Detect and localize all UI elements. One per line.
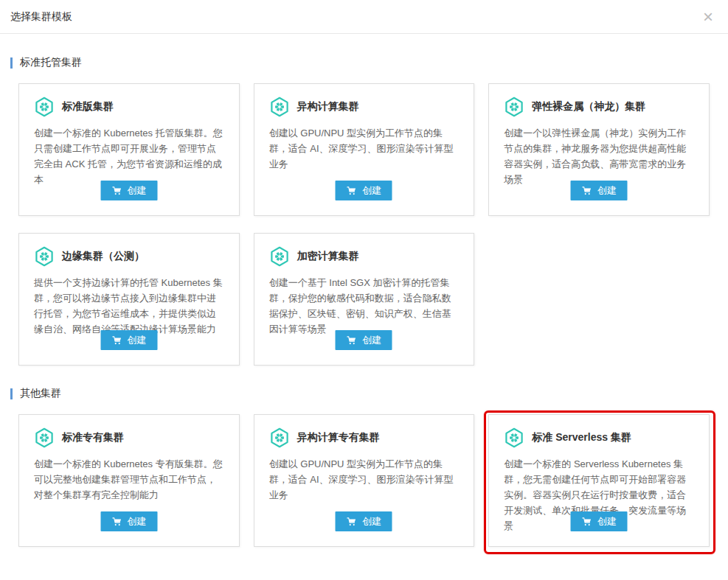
shopping-cart-icon — [111, 517, 122, 527]
dialog-content: 标准托管集群 — [0, 56, 728, 547]
card-description: 提供一个支持边缘计算的托管 Kubernetes 集群，您可以将边缘节点接入到边… — [34, 275, 224, 337]
create-button[interactable]: 创建 — [336, 181, 392, 200]
card-title: 异构计算集群 — [297, 100, 359, 113]
card-description: 创建一个基于 Intel SGX 加密计算的托管集群，保护您的敏感代码和数据，适… — [269, 275, 460, 337]
hexagon-cluster-icon — [504, 97, 524, 117]
hexagon-cluster-icon — [34, 246, 55, 267]
card-title: 加密计算集群 — [297, 250, 359, 263]
create-button[interactable]: 创建 — [336, 330, 392, 350]
hexagon-cluster-icon — [34, 427, 55, 448]
card-description: 创建一个标准的 Kubernetes 托管版集群。您只需创建工作节点即可开展业务… — [34, 125, 224, 187]
shopping-cart-icon — [111, 335, 122, 346]
create-button-label: 创建 — [597, 515, 617, 528]
card-header: 标准 Serverless 集群 — [504, 427, 694, 448]
card-title: 异构计算专有集群 — [297, 431, 380, 444]
cluster-card: 标准专有集群 创建一个标准的 Kubernetes 专有版集群。您可以完整地创建… — [18, 414, 240, 547]
create-button-label: 创建 — [362, 334, 381, 347]
section-title: 其他集群 — [10, 387, 710, 400]
sections-root: 标准托管集群 — [10, 56, 710, 547]
close-icon[interactable]: × — [703, 8, 713, 26]
shopping-cart-icon — [582, 186, 592, 196]
card-description: 创建一个以弹性裸金属（神龙）实例为工作节点的集群，神龙服务器为您提供超高性能容器… — [504, 125, 694, 187]
shopping-cart-icon — [347, 335, 357, 346]
shopping-cart-icon — [347, 186, 357, 196]
hexagon-cluster-icon — [269, 427, 290, 448]
card-title: 标准版集群 — [62, 100, 114, 113]
hexagon-cluster-icon — [269, 246, 290, 267]
create-button-label: 创建 — [362, 515, 381, 528]
section-accent-bar — [10, 388, 13, 399]
card-header: 标准版集群 — [34, 97, 224, 117]
cluster-card: 边缘集群（公测） 提供一个支持边缘计算的托管 Kubernetes 集群，您可以… — [18, 233, 240, 366]
card-description: 创建以 GPU/NPU 型实例为工作节点的集群，适合 AI、深度学习、图形渲染等… — [269, 125, 460, 172]
shopping-cart-icon — [111, 186, 122, 196]
cluster-section: 其他集群 — [10, 387, 710, 547]
create-button-label: 创建 — [597, 184, 617, 198]
card-header: 加密计算集群 — [269, 246, 460, 267]
create-button[interactable]: 创建 — [100, 330, 157, 350]
select-cluster-template-dialog: 选择集群模板 × 标准托管集群 — [0, 0, 728, 580]
hexagon-cluster-icon — [504, 427, 524, 448]
card-header: 异构计算集群 — [269, 97, 460, 117]
hexagon-cluster-icon — [269, 97, 290, 117]
shopping-cart-icon — [347, 517, 357, 527]
cluster-card: 标准 Serverless 集群 创建一个标准的 Serverless Kube… — [488, 414, 710, 547]
card-grid: 标准专有集群 创建一个标准的 Kubernetes 专有版集群。您可以完整地创建… — [18, 414, 710, 547]
card-title: 标准 Serverless 集群 — [532, 431, 631, 444]
dialog-title: 选择集群模板 — [10, 10, 72, 24]
cluster-card: 加密计算集群 创建一个基于 Intel SGX 加密计算的托管集群，保护您的敏感… — [254, 233, 475, 366]
create-button-label: 创建 — [127, 515, 146, 528]
cluster-card: 标准版集群 创建一个标准的 Kubernetes 托管版集群。您只需创建工作节点… — [18, 83, 240, 216]
create-button[interactable]: 创建 — [100, 511, 157, 531]
cluster-card: 异构计算集群 创建以 GPU/NPU 型实例为工作节点的集群，适合 AI、深度学… — [254, 83, 475, 216]
section-title-text: 标准托管集群 — [20, 56, 82, 69]
card-header: 弹性裸金属（神龙）集群 — [504, 97, 694, 117]
card-header: 边缘集群（公测） — [34, 246, 224, 267]
create-button-label: 创建 — [127, 184, 146, 198]
create-button-label: 创建 — [362, 184, 381, 198]
create-button[interactable]: 创建 — [336, 511, 392, 531]
create-button-label: 创建 — [127, 334, 146, 347]
create-button[interactable]: 创建 — [571, 511, 628, 531]
section-title: 标准托管集群 — [10, 56, 710, 69]
card-title: 弹性裸金属（神龙）集群 — [532, 100, 645, 113]
shopping-cart-icon — [582, 517, 592, 527]
card-description: 创建以 GPU/NPU 型实例为工作节点的集群，适合 AI、深度学习、图形渲染等… — [269, 456, 460, 503]
cluster-card: 弹性裸金属（神龙）集群 创建一个以弹性裸金属（神龙）实例为工作节点的集群，神龙服… — [488, 83, 710, 216]
hexagon-cluster-icon — [34, 97, 55, 117]
create-button[interactable]: 创建 — [100, 181, 157, 200]
card-title: 标准专有集群 — [62, 431, 124, 444]
cluster-card: 异构计算专有集群 创建以 GPU/NPU 型实例为工作节点的集群，适合 AI、深… — [254, 414, 475, 547]
dialog-header: 选择集群模板 × — [0, 0, 728, 34]
card-description: 创建一个标准的 Kubernetes 专有版集群。您可以完整地创建集群管理节点和… — [34, 456, 224, 503]
card-title: 边缘集群（公测） — [62, 250, 145, 263]
section-accent-bar — [10, 57, 13, 69]
card-header: 标准专有集群 — [34, 427, 224, 448]
section-title-text: 其他集群 — [20, 387, 61, 400]
card-grid: 标准版集群 创建一个标准的 Kubernetes 托管版集群。您只需创建工作节点… — [18, 83, 710, 366]
card-header: 异构计算专有集群 — [269, 427, 460, 448]
create-button[interactable]: 创建 — [571, 181, 628, 200]
cluster-section: 标准托管集群 — [10, 56, 710, 366]
